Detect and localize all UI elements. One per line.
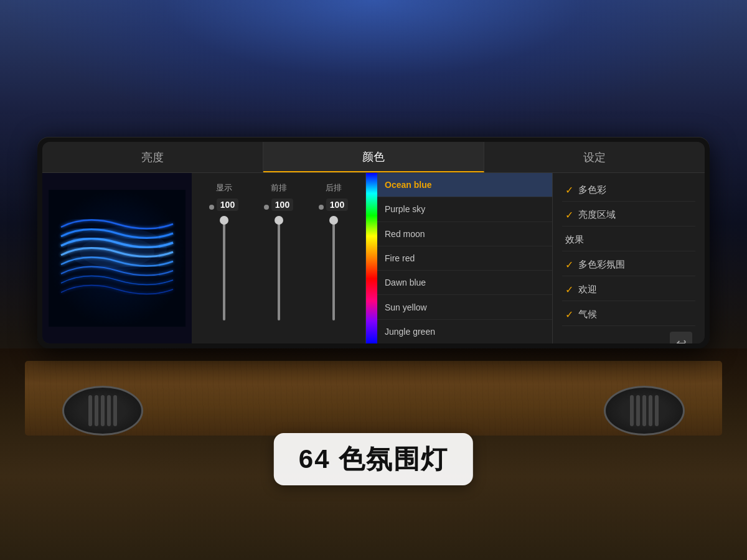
- setting-welcome[interactable]: ✓ 欢迎: [562, 279, 695, 301]
- tab-brightness[interactable]: 亮度: [42, 142, 263, 172]
- setting-climate-label: 气候: [578, 309, 597, 320]
- check-climate: ✓: [565, 309, 573, 320]
- setting-multicolor-ambient[interactable]: ✓ 多色彩氛围: [562, 254, 695, 276]
- ambient-visualization: [49, 190, 186, 327]
- slider-dot-rear: [319, 205, 324, 210]
- color-panel: Ocean blue Purple sky Red moon Fire red …: [366, 173, 553, 343]
- svg-point-2: [80, 236, 154, 268]
- ambient-viz-panel: [42, 173, 192, 343]
- check-multicolor-ambient: ✓: [565, 259, 573, 271]
- left-vent: [62, 386, 143, 436]
- color-item-sun-yellow[interactable]: Sun yellow: [377, 295, 552, 319]
- slider-display-thumb[interactable]: [220, 216, 228, 225]
- slider-rear-track[interactable]: [332, 221, 335, 320]
- slider-dot-display: [209, 205, 214, 210]
- setting-brightness-zone-label: 亮度区域: [578, 209, 616, 221]
- slider-rear-label: 后排: [326, 182, 342, 194]
- setting-climate[interactable]: ✓ 气候: [562, 304, 695, 326]
- slider-front-value: 100: [271, 198, 293, 211]
- color-item-dawn-blue[interactable]: Dawn blue: [377, 271, 552, 295]
- color-item-red-moon[interactable]: Red moon: [377, 222, 552, 246]
- setting-multicolor-label: 多色彩: [578, 184, 606, 196]
- slider-dot-front: [264, 205, 269, 210]
- setting-effect[interactable]: 效果: [562, 229, 695, 251]
- slider-front-thumb[interactable]: [275, 216, 283, 225]
- slider-rear-value: 100: [326, 198, 348, 211]
- setting-brightness-zone[interactable]: ✓ 亮度区域: [562, 204, 695, 226]
- color-list: Ocean blue Purple sky Red moon Fire red …: [377, 173, 552, 343]
- setting-multicolor-ambient-label: 多色彩氛围: [578, 259, 625, 271]
- caption-text: 64 色氛围灯: [299, 442, 448, 477]
- slider-display-track[interactable]: [223, 221, 225, 320]
- right-vent: [604, 386, 685, 436]
- slider-display: 显示 100: [201, 182, 247, 337]
- screen-display: 亮度 颜色 设定: [42, 142, 705, 343]
- brightness-panel: 显示 100 前排: [192, 173, 366, 343]
- color-item-jungle-green[interactable]: Jungle green: [377, 320, 552, 343]
- slider-display-value-row: 100: [209, 198, 238, 216]
- slider-front: 前排 100: [256, 182, 301, 337]
- screen-bezel: 亮度 颜色 设定: [37, 137, 710, 348]
- slider-display-value: 100: [217, 198, 238, 211]
- ambient-light-top: [0, 0, 747, 137]
- tab-color[interactable]: 颜色: [263, 142, 484, 172]
- caption-overlay: 64 色氛围灯: [274, 433, 473, 485]
- color-spectrum-strip: [366, 173, 377, 343]
- slider-rear: 后排 100: [311, 182, 356, 337]
- slider-rear-value-row: 100: [319, 198, 348, 216]
- check-brightness-zone: ✓: [565, 209, 573, 221]
- color-item-ocean-blue[interactable]: Ocean blue: [377, 173, 552, 197]
- slider-front-track[interactable]: [278, 221, 280, 320]
- check-welcome: ✓: [565, 284, 573, 296]
- sliders-container: 显示 100 前排: [201, 179, 356, 337]
- slider-front-value-row: 100: [264, 198, 293, 216]
- settings-panel: ✓ 多色彩 ✓ 亮度区域 效果 ✓ 多色彩氛围 ✓ 欢迎: [553, 173, 705, 343]
- slider-front-fill: [278, 221, 280, 320]
- setting-effect-label: 效果: [565, 234, 584, 246]
- setting-multicolor[interactable]: ✓ 多色彩: [562, 179, 695, 202]
- tab-bar: 亮度 颜色 设定: [42, 142, 705, 173]
- slider-rear-thumb[interactable]: [329, 216, 338, 225]
- content-area: 显示 100 前排: [42, 173, 705, 343]
- check-multicolor: ✓: [565, 184, 573, 196]
- slider-display-label: 显示: [216, 182, 232, 194]
- color-item-fire-red[interactable]: Fire red: [377, 246, 552, 271]
- color-item-purple-sky[interactable]: Purple sky: [377, 197, 552, 222]
- slider-display-fill: [223, 221, 225, 320]
- tab-settings[interactable]: 设定: [484, 142, 705, 172]
- setting-welcome-label: 欢迎: [578, 284, 597, 296]
- slider-front-label: 前排: [271, 182, 287, 194]
- slider-rear-fill: [332, 221, 335, 320]
- back-button[interactable]: ↩: [670, 332, 692, 343]
- back-button-container: ↩: [562, 329, 695, 343]
